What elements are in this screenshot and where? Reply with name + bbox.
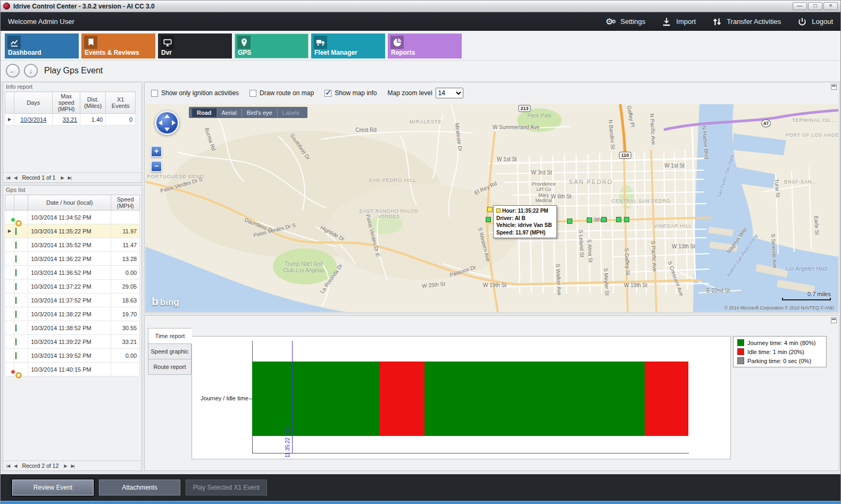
transfer-icon [712, 16, 722, 27]
tab-route-report[interactable]: Route report [148, 359, 191, 375]
gps-row[interactable]: 10/3/2014 11:35:52 PM 11.47 [5, 238, 140, 252]
gps-row[interactable]: 10/3/2014 11:36:52 PM 0.00 [5, 266, 140, 280]
map-panel: Show only ignition activities Draw route… [144, 82, 839, 313]
gps-datetime: 10/3/2014 11:38:52 PM [28, 321, 111, 335]
col-max-speed[interactable]: Max speed (MPH) [53, 92, 80, 114]
map-type-option[interactable]: Road [192, 108, 217, 117]
attachments-button[interactable]: Attachments [99, 480, 180, 495]
window-bottom-border [1, 501, 840, 504]
legend-item: Parking time: 0 sec (0%) [737, 357, 822, 364]
review-event-button[interactable]: Review Event [12, 480, 94, 495]
col-days[interactable]: Days [14, 92, 53, 114]
tab-events-reviews[interactable]: Events & Reviews [81, 33, 155, 58]
map-compass[interactable] [155, 111, 179, 135]
checkbox-icon[interactable] [249, 90, 256, 97]
first-record-button[interactable]: |◀ [6, 175, 10, 180]
tab-label: Reports [391, 49, 415, 56]
info-report-panel: Info report Days Max speed (MPH) Dist. (… [3, 82, 142, 183]
gps-row[interactable]: ▶ 10/3/2014 11:35:22 PM 11.97 [5, 224, 140, 238]
play-selected-x1-event-button[interactable]: Play Selected X1 Event [186, 480, 267, 495]
gps-speed: 30.55 [111, 321, 140, 335]
prev-record-button[interactable]: ◀ [14, 464, 16, 468]
zoom-in-button[interactable]: + [151, 146, 162, 157]
tab-reports[interactable]: Reports [388, 33, 462, 58]
menu-item-import[interactable]: Import [661, 16, 696, 27]
gps-row[interactable]: 10/3/2014 11:39:22 PM 33.21 [5, 335, 140, 349]
pan-right-icon [172, 120, 176, 125]
col-date-hour[interactable]: Date / hour (local) [28, 195, 111, 211]
minimize-button[interactable]: — [793, 2, 807, 10]
gps-row[interactable]: 10/3/2014 11:37:52 PM 18.63 [5, 293, 140, 307]
col-x1-events[interactable]: X1 Events [106, 92, 136, 114]
menu-item-logout[interactable]: Logout [797, 16, 833, 27]
gps-row[interactable]: 10/3/2014 11:36:22 PM 13.28 [5, 252, 140, 266]
row-indicator [5, 335, 14, 349]
map-menu-collapse[interactable]: « [348, 108, 359, 115]
zoom-out-button[interactable]: − [151, 161, 162, 172]
info-report-row[interactable]: ▶ 10/3/2014 33.21 1.40 0 [5, 114, 136, 125]
app-logo-icon [3, 3, 10, 10]
gps-icon [237, 36, 251, 49]
gps-point-icon [15, 352, 16, 359]
tab-dvr[interactable]: Dvr [158, 33, 232, 58]
tab-fleet-manager[interactable]: Fleet Manager [311, 33, 385, 58]
tab-time-report[interactable]: Time report [148, 328, 192, 344]
gps-list-record-nav: |◀ ◀ Record 2 of 12 ▶ ▶| [3, 460, 141, 471]
gps-speed: 19.70 [111, 307, 140, 321]
first-record-button[interactable]: |◀ [6, 464, 10, 468]
menu-item-transfer-activities[interactable]: Transfer Activities [712, 16, 781, 27]
panel-expand-icon[interactable] [831, 317, 837, 323]
gps-row[interactable]: 10/3/2014 11:38:52 PM 30.55 [5, 321, 140, 335]
map-scale-line [782, 298, 831, 300]
gps-row[interactable]: 10/3/2014 11:37:22 PM 29.05 [5, 280, 140, 293]
panel-expand-icon[interactable] [831, 84, 837, 90]
next-record-button[interactable]: ▶ [64, 464, 66, 468]
map-option-checkbox[interactable]: Show only ignition activities [151, 89, 239, 97]
col-distance[interactable]: Dist. (Miles) [80, 92, 106, 114]
map-zoom-select[interactable]: 14 [436, 88, 463, 98]
bar-segment-idle [645, 362, 688, 436]
gps-speed: 13.28 [111, 252, 140, 266]
map-tooltip: Hour: 11:35:22 PM Driver: AI B Vehicle: … [493, 205, 557, 238]
maximize-button[interactable]: □ [808, 2, 822, 10]
row-indicator [5, 252, 14, 266]
gps-point-icon [15, 255, 16, 263]
map-type-option[interactable]: Bird's eye [242, 108, 278, 117]
close-button[interactable]: × [823, 2, 838, 10]
checkbox-icon[interactable] [324, 90, 331, 97]
gps-row[interactable]: 10/3/2014 11:40:15 PM [5, 363, 140, 376]
info-report-caption: Info report [3, 82, 141, 91]
map-type-option[interactable]: Aerial [217, 108, 242, 117]
tab-label: Dashboard [8, 49, 41, 56]
tab-speed-graphic[interactable]: Speed graphic [148, 343, 191, 359]
collapse-button[interactable]: ↓ [24, 64, 38, 78]
gps-row[interactable]: 10/3/2014 11:38:22 PM 19.70 [5, 307, 140, 321]
map-canvas[interactable] [145, 104, 838, 312]
gps-row[interactable]: 10/3/2014 11:39:52 PM 0.00 [5, 349, 140, 363]
menu-item-settings[interactable]: ⚙⚙ Settings [605, 16, 645, 27]
gps-list-table: Date / hour (local) Speed (MPH) 10/3/201… [5, 195, 140, 376]
days-value[interactable]: 10/3/2014 [20, 116, 46, 123]
dashboard-icon [7, 36, 21, 49]
row-indicator [5, 280, 14, 293]
welcome-text: Welcome Admin User [8, 18, 74, 26]
col-speed[interactable]: Speed (MPH) [111, 195, 140, 211]
checkbox-icon[interactable] [151, 90, 158, 97]
bar-segment-journey [252, 362, 380, 436]
dvr-icon [161, 36, 174, 49]
map-option-checkbox[interactable]: Draw route on map [249, 89, 314, 97]
last-record-button[interactable]: ▶| [68, 175, 71, 180]
bing-logo: b bing [152, 295, 179, 308]
next-record-button[interactable]: ▶ [61, 175, 63, 180]
back-button[interactable]: ← [6, 64, 20, 78]
last-record-button[interactable]: ▶| [71, 464, 74, 468]
gps-speed [111, 211, 140, 224]
gps-row[interactable]: 10/3/2014 11:34:52 PM [5, 211, 140, 224]
map-option-checkbox[interactable]: Show map info [324, 89, 377, 97]
tab-dashboard[interactable]: Dashboard [5, 33, 79, 58]
map-viewport[interactable]: MiralestePeck ParkW Summerland AveCrest … [145, 104, 838, 312]
tab-gps[interactable]: GPS [235, 33, 309, 58]
max-speed-value[interactable]: 33.21 [63, 116, 78, 123]
prev-record-button[interactable]: ◀ [14, 175, 16, 180]
map-type-option[interactable]: Labels [278, 108, 304, 117]
